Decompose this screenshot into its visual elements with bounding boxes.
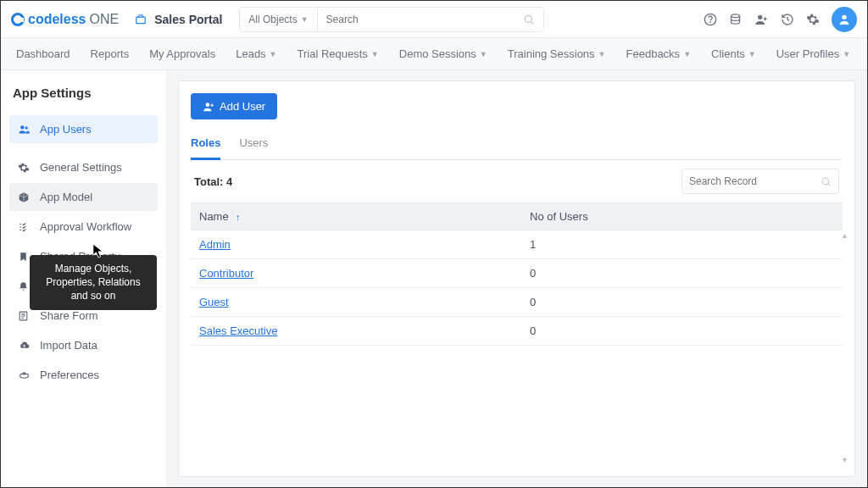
caret-down-icon: ▼ bbox=[683, 50, 691, 58]
nav-reports[interactable]: Reports bbox=[91, 47, 130, 60]
search-icon[interactable] bbox=[821, 176, 832, 187]
svg-point-3 bbox=[710, 22, 711, 23]
svg-point-5 bbox=[758, 14, 762, 19]
role-link[interactable]: Guest bbox=[199, 296, 229, 308]
caret-down-icon: ▼ bbox=[748, 50, 756, 58]
scroll-up-icon: ▴ bbox=[843, 230, 853, 240]
role-link[interactable]: Sales Executive bbox=[199, 324, 278, 337]
topbar: codelessONE Sales Portal All Objects ▼ bbox=[1, 1, 867, 38]
sidebar-item-app-users[interactable]: App Users bbox=[9, 115, 158, 143]
sidebar-item-label: App Users bbox=[40, 123, 92, 136]
table-row: Contributor 0 bbox=[191, 259, 843, 288]
scroll-down-icon: ▾ bbox=[843, 455, 853, 464]
search-scope-label: All Objects bbox=[248, 14, 297, 25]
nav-leads[interactable]: Leads▼ bbox=[236, 47, 276, 60]
logo-mark-icon bbox=[11, 13, 25, 26]
col-name-header[interactable]: Name ↑ bbox=[191, 203, 521, 230]
svg-point-7 bbox=[20, 125, 24, 129]
user-avatar[interactable] bbox=[832, 7, 857, 32]
roles-panel: Add User Roles Users Total: 4 Name ↑ bbox=[178, 80, 855, 477]
nav-approvals[interactable]: My Approvals bbox=[149, 47, 215, 60]
nav-trial[interactable]: Trial Requests▼ bbox=[298, 47, 379, 60]
nav-demo[interactable]: Demo Sessions▼ bbox=[399, 47, 487, 60]
caret-down-icon: ▼ bbox=[480, 50, 487, 58]
role-count: 0 bbox=[521, 288, 843, 316]
help-icon[interactable] bbox=[704, 13, 717, 26]
checklist-icon bbox=[18, 221, 31, 233]
svg-point-10 bbox=[23, 372, 25, 374]
add-user-label: Add User bbox=[220, 100, 265, 113]
app-model-tooltip: Manage Objects, Properties, Relations an… bbox=[30, 255, 157, 310]
nav-dashboard[interactable]: Dashboard bbox=[16, 47, 70, 60]
sidebar-item-general[interactable]: General Settings bbox=[9, 153, 158, 181]
users-icon bbox=[18, 124, 31, 135]
form-icon bbox=[18, 310, 31, 322]
col-count-header[interactable]: No of Users bbox=[521, 203, 843, 230]
nav-clients[interactable]: Clients▼ bbox=[711, 47, 756, 60]
settings-sidebar: App Settings App Users General Settings … bbox=[1, 70, 166, 487]
table-body: Admin 1 Contributor 0 Guest 0 Sales Exec… bbox=[191, 230, 843, 346]
sidebar-item-import-data[interactable]: Import Data bbox=[9, 331, 158, 359]
role-count: 1 bbox=[521, 230, 843, 258]
role-count: 0 bbox=[521, 317, 843, 345]
search-icon[interactable] bbox=[515, 14, 543, 25]
search-input[interactable] bbox=[318, 14, 515, 25]
table-row: Admin 1 bbox=[191, 230, 843, 259]
user-add-icon[interactable] bbox=[754, 13, 769, 26]
record-search-input[interactable] bbox=[689, 175, 821, 187]
caret-down-icon: ▼ bbox=[598, 50, 606, 58]
role-count: 0 bbox=[521, 259, 843, 287]
svg-point-12 bbox=[822, 178, 829, 185]
sidebar-item-label: Share Form bbox=[40, 309, 98, 322]
database-icon[interactable] bbox=[729, 13, 742, 26]
sidebar-item-label: App Model bbox=[40, 191, 92, 203]
svg-point-6 bbox=[842, 14, 846, 19]
sidebar-item-approval-workflow[interactable]: Approval Workflow bbox=[9, 213, 158, 241]
caret-down-icon: ▼ bbox=[301, 15, 309, 24]
svg-point-11 bbox=[206, 103, 210, 107]
content-area: Add User Roles Users Total: 4 Name ↑ bbox=[166, 70, 867, 487]
sort-asc-icon: ↑ bbox=[236, 212, 241, 222]
tab-users[interactable]: Users bbox=[239, 131, 268, 159]
table-header: Name ↑ No of Users bbox=[191, 202, 843, 230]
caret-down-icon: ▼ bbox=[843, 50, 850, 58]
record-search bbox=[682, 169, 839, 194]
total-count: Total: 4 bbox=[194, 175, 232, 188]
search-scope-dropdown[interactable]: All Objects ▼ bbox=[240, 8, 317, 31]
roles-users-tabs: Roles Users bbox=[191, 131, 843, 160]
sidebar-item-app-model[interactable]: App Model bbox=[9, 183, 158, 211]
add-user-button[interactable]: Add User bbox=[191, 93, 277, 119]
main-area: App Settings App Users General Settings … bbox=[1, 70, 867, 487]
cloud-upload-icon bbox=[18, 340, 31, 351]
history-icon[interactable] bbox=[781, 13, 794, 26]
sidebar-title: App Settings bbox=[9, 86, 158, 100]
nav-training[interactable]: Training Sessions▼ bbox=[508, 47, 606, 60]
role-link[interactable]: Admin bbox=[199, 238, 231, 251]
svg-point-1 bbox=[526, 15, 532, 22]
role-link[interactable]: Contributor bbox=[199, 267, 253, 280]
svg-point-4 bbox=[732, 14, 740, 17]
tab-roles[interactable]: Roles bbox=[191, 131, 220, 160]
table-toolbar: Total: 4 bbox=[191, 160, 843, 202]
user-plus-icon bbox=[203, 101, 214, 113]
caret-down-icon: ▼ bbox=[270, 50, 277, 58]
briefcase-icon bbox=[134, 14, 147, 25]
scrollbar[interactable]: ▴ ▾ bbox=[843, 230, 853, 464]
brand-name-b: ONE bbox=[89, 12, 119, 27]
cube-icon bbox=[18, 191, 31, 203]
svg-point-8 bbox=[25, 126, 28, 129]
main-nav: Dashboard Reports My Approvals Leads▼ Tr… bbox=[1, 38, 867, 70]
table-row: Sales Executive 0 bbox=[191, 317, 843, 346]
table-row: Guest 0 bbox=[191, 288, 843, 317]
caret-down-icon: ▼ bbox=[371, 50, 379, 58]
brand-name-a: codeless bbox=[28, 12, 86, 27]
portal-name[interactable]: Sales Portal bbox=[154, 13, 222, 26]
gear-icon[interactable] bbox=[806, 13, 820, 26]
sidebar-item-preferences[interactable]: Preferences bbox=[9, 361, 158, 389]
brand-logo[interactable]: codelessONE bbox=[11, 12, 119, 27]
global-search: All Objects ▼ bbox=[239, 7, 544, 32]
nav-feedbacks[interactable]: Feedbacks▼ bbox=[626, 47, 692, 60]
sidebar-item-label: Preferences bbox=[40, 369, 99, 381]
nav-profiles[interactable]: User Profiles▼ bbox=[776, 47, 850, 60]
topbar-actions bbox=[704, 7, 857, 32]
